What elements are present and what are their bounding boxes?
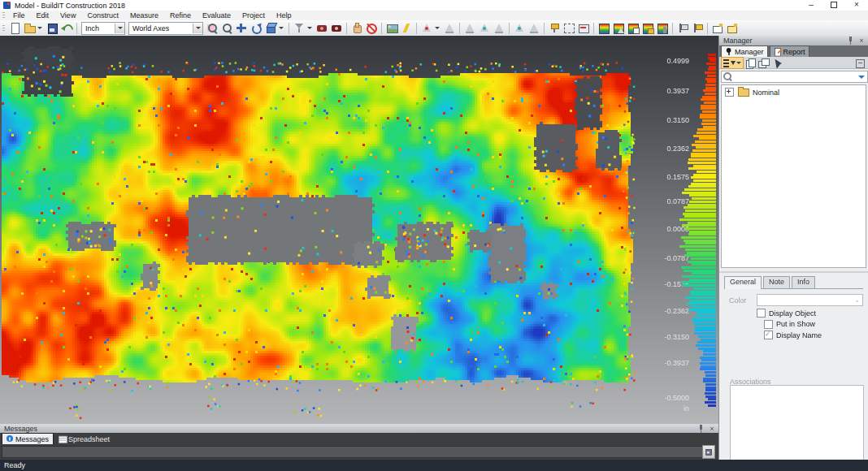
tab-general[interactable]: General: [724, 276, 762, 289]
new-document-button[interactable]: [7, 22, 22, 34]
cone-tool-3-button[interactable]: [492, 22, 506, 34]
label-tool-gold-icon: [726, 22, 739, 34]
menu-help[interactable]: Help: [271, 11, 297, 20]
scale-histogram-bar: [703, 378, 716, 380]
axes-combo[interactable]: World Axes: [128, 22, 203, 35]
annotate-flag-button[interactable]: [675, 22, 690, 34]
save-log-button[interactable]: [702, 445, 715, 459]
unit-combo[interactable]: Inch: [81, 22, 125, 35]
target-red-button[interactable]: [419, 22, 442, 34]
toolbar-separator: [346, 23, 347, 34]
folder-icon: [738, 89, 749, 97]
open-file-button[interactable]: [22, 22, 45, 34]
tab-messages[interactable]: Messages: [2, 433, 54, 444]
restore-button[interactable]: [822, 0, 845, 11]
search-input[interactable]: [735, 72, 858, 81]
scale-histogram-bar: [691, 176, 716, 179]
undo-button[interactable]: [59, 22, 74, 34]
checkbox-icon[interactable]: [764, 320, 773, 329]
associations-list[interactable]: [730, 385, 864, 471]
unit-combo-button[interactable]: [115, 24, 124, 33]
colormap-cone-button[interactable]: [611, 22, 626, 34]
minimize-button[interactable]: –: [800, 0, 822, 11]
select-hand-button[interactable]: [349, 22, 364, 34]
annotate-flag-gold-button[interactable]: [690, 22, 705, 34]
sort-button[interactable]: [721, 57, 744, 69]
scale-histogram-bar: [703, 353, 716, 356]
close-panel-icon[interactable]: ×: [857, 37, 866, 45]
pan-view-button[interactable]: [234, 22, 249, 34]
status-bar: Ready: [0, 460, 868, 471]
close-button[interactable]: ×: [845, 0, 868, 11]
checkbox-put-in-show[interactable]: Put in Show: [764, 320, 815, 329]
tab-spreadsheet[interactable]: Spreadsheet: [55, 434, 114, 444]
tab-manager[interactable]: Manager: [721, 45, 768, 57]
pin-tool-button[interactable]: [547, 22, 562, 34]
tab-note[interactable]: Note: [763, 276, 790, 288]
collapse-all-icon[interactable]: [853, 57, 866, 69]
view-cube-button[interactable]: [263, 22, 286, 34]
menu-view[interactable]: View: [54, 11, 81, 20]
cone-tool-5-button[interactable]: [527, 22, 541, 34]
save-file-button[interactable]: [45, 22, 59, 34]
zoom-fit-button[interactable]: [219, 22, 234, 34]
tab-report[interactable]: Report: [770, 45, 809, 57]
tab-manager-label: Manager: [735, 48, 764, 56]
label-tool-gold-button[interactable]: [725, 22, 740, 34]
scale-label: -0.3150: [664, 333, 689, 341]
tree-item-nominal[interactable]: Nominal: [722, 85, 866, 97]
zoom-window-button[interactable]: [205, 22, 219, 34]
scale-histogram-bar: [682, 192, 716, 194]
clipping-off-button[interactable]: [364, 22, 379, 34]
menu-evaluate[interactable]: Evaluate: [197, 11, 237, 20]
menu-project[interactable]: Project: [237, 11, 271, 20]
menu-edit[interactable]: Edit: [31, 11, 55, 20]
display-filter-button[interactable]: [292, 22, 315, 34]
cone-tool-1-button[interactable]: [462, 22, 477, 34]
scale-histogram-bar: [685, 248, 716, 251]
gauge-tool-button[interactable]: [576, 22, 591, 34]
close-panel-icon[interactable]: ×: [707, 425, 717, 433]
color-combo[interactable]: ⌄: [757, 294, 863, 306]
checkbox-icon[interactable]: [757, 309, 766, 318]
frame-tool-button[interactable]: [562, 22, 576, 34]
checkbox-icon[interactable]: [764, 331, 773, 339]
viewport-3d[interactable]: 0.49990.39370.31500.23620.15750.07870.00…: [0, 36, 718, 424]
tab-info[interactable]: Info: [792, 276, 815, 288]
search-dropdown-icon[interactable]: [858, 76, 865, 79]
rotate-view-button[interactable]: [249, 22, 263, 34]
colormap-create-button[interactable]: [597, 22, 611, 34]
capture-position-alt-button[interactable]: [329, 22, 344, 34]
tab-report-label: Report: [783, 48, 805, 56]
pick-icon[interactable]: [770, 57, 783, 69]
quick-measure-button[interactable]: [399, 22, 414, 34]
tree-item-label: Nominal: [753, 89, 779, 97]
point-cloud-heatmap-canvas[interactable]: [0, 36, 718, 424]
scale-histogram-bar: [697, 311, 716, 313]
menu-construct[interactable]: Construct: [81, 11, 124, 20]
colormap-edit-button[interactable]: [640, 22, 655, 34]
expand-icon[interactable]: [725, 88, 734, 97]
cascade-icon[interactable]: [757, 57, 770, 69]
scale-histogram-bar: [689, 201, 716, 203]
colormap-pick-button[interactable]: [655, 22, 670, 34]
cone-tool-4-button[interactable]: [512, 22, 527, 34]
copy-icon[interactable]: [744, 57, 757, 69]
message-input[interactable]: [2, 446, 704, 458]
axes-combo-button[interactable]: [193, 24, 202, 33]
colormap-compare-button[interactable]: [626, 22, 640, 34]
menu-measure[interactable]: Measure: [124, 11, 164, 20]
menu-refine[interactable]: Refine: [164, 11, 197, 20]
snapshot-button[interactable]: [384, 22, 399, 34]
checkbox-display-name[interactable]: Display Name: [764, 331, 822, 339]
scale-histogram-bar: [698, 335, 716, 338]
checkbox-display-object[interactable]: Display Object: [757, 309, 816, 318]
cone-tool-2-button[interactable]: [477, 22, 492, 34]
target-plain-button[interactable]: [442, 22, 457, 34]
label-tool-button[interactable]: [710, 22, 725, 34]
scale-histogram-bar: [710, 59, 716, 62]
toolbar-separator: [381, 23, 382, 34]
scale-histogram-bar: [683, 213, 716, 215]
capture-position-button[interactable]: [315, 22, 329, 34]
menu-file[interactable]: File: [7, 11, 31, 20]
